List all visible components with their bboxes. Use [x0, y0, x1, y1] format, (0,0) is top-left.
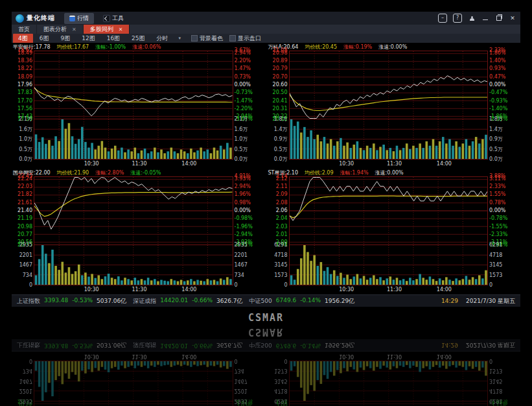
tab-home[interactable]: 首页: [12, 25, 37, 34]
price-tick: 18.22: [17, 66, 32, 71]
volume-tick: 0.9万: [489, 137, 503, 142]
price-pane[interactable]: [289, 401, 489, 406]
volume-axis-left: 62914718314515730: [267, 361, 289, 401]
chevron-down-icon[interactable]: ▾: [175, 36, 185, 41]
help-icon[interactable]: ?: [453, 14, 462, 23]
percent-tick: 0.98%: [235, 200, 251, 206]
chart-panel[interactable]: ST星源:2.10均价线:2.09涨幅:1.94%涨速:0.00%2.142.1…: [267, 352, 521, 406]
price-pane[interactable]: [34, 176, 233, 245]
price-tick: 20.50: [273, 90, 288, 95]
price-tick: 20.98: [273, 51, 288, 56]
user-icon[interactable]: [468, 14, 476, 22]
index-quote: 上证指数3393.48-0.53%5037.06亿: [17, 341, 126, 350]
volume-pane[interactable]: [34, 119, 233, 160]
chart-panel[interactable]: ST星源:2.10均价线:2.09涨幅:1.94%涨速:0.00%2.142.1…: [267, 169, 521, 294]
index-quotes: 上证指数3393.48-0.53%5037.06亿深证成指14420.01-0.…: [17, 297, 361, 305]
percent-tick: -3.11%: [489, 401, 507, 406]
price-tick: 2.04: [276, 216, 288, 221]
volume-pane[interactable]: [289, 119, 489, 160]
checkbox-icon: [191, 35, 198, 42]
chart-panel[interactable]: 国华网安:22.00均价线:21.90涨幅:2.80%涨速:-0.05%22.4…: [12, 352, 266, 406]
price-tick: 2.11: [276, 184, 288, 189]
percent-tick: 0.00%: [235, 82, 251, 88]
layout-25-button[interactable]: 25图: [126, 34, 150, 43]
restore-button[interactable]: [495, 14, 503, 22]
chart-header: 万科A:20.64均价线:20.45涨幅:0.19%涨速:0.00%: [267, 43, 521, 51]
price-axis-left: 2.142.122.112.092.082.062.042.032.012.00…: [267, 176, 289, 245]
chart-header: 国华网安:22.00均价线:21.90涨幅:2.80%涨速:-0.05%: [12, 169, 266, 176]
change-speed: 涨速:-0.05%: [130, 169, 161, 176]
index-change: -0.14%: [300, 341, 321, 350]
volume-tick: 734: [23, 273, 32, 278]
title-bar[interactable]: 量化终端 行情 工具 – ? ✕: [12, 12, 520, 25]
price-pane[interactable]: [289, 51, 489, 119]
show-orderbook-checkbox[interactable]: 显示盘口: [229, 34, 261, 43]
app-window: 量化终端 行情 工具 – ? ✕ 首页: [12, 12, 520, 307]
percent-tick: -0.47%: [489, 90, 507, 95]
percent-tick: 2.33%: [489, 184, 505, 189]
price-tick: 17.56: [17, 106, 32, 112]
volume-tick: 0.0万: [19, 157, 32, 162]
volume-pane[interactable]: [289, 245, 489, 285]
layout-9-button[interactable]: 9图: [55, 34, 75, 43]
axis-corner: [488, 285, 520, 294]
tab-close-icon[interactable]: ✕: [72, 27, 76, 32]
volume-tick: 1.4万: [489, 127, 503, 132]
minimize-button[interactable]: [481, 14, 489, 22]
background-shading-label: 背景着色: [200, 34, 223, 43]
percent-tick: 0.00%: [489, 208, 505, 213]
index-turnover: 3626.7亿: [216, 297, 243, 305]
volume-pane[interactable]: [34, 361, 233, 401]
tab-close-icon[interactable]: ✕: [119, 27, 123, 32]
percent-axis-right: 3.88%3.11%2.33%1.55%0.78%0.00%-0.78%-1.5…: [488, 176, 520, 245]
theme-icon[interactable]: –: [438, 14, 447, 23]
percent-tick: -3.93%: [235, 401, 253, 406]
price-tick: 20.35: [17, 398, 32, 403]
index-turnover: 5037.06亿: [97, 341, 126, 350]
volume-tick: 1467: [19, 263, 32, 268]
change-speed: 涨速:0.00%: [378, 43, 407, 51]
chart-body: 21.0820.9820.8920.7920.7020.6020.5020.41…: [267, 51, 521, 169]
menu-quotes[interactable]: 行情: [64, 13, 94, 24]
tab-multi-stock[interactable]: 多股同列 ✕: [84, 25, 130, 34]
volume-pane[interactable]: [289, 361, 489, 401]
percent-axis-right: 2.33%1.86%1.40%0.93%0.47%0.00%-0.47%-0.9…: [488, 51, 520, 119]
price-pane[interactable]: [34, 51, 233, 119]
avg-price-value: 均价线:2.09: [305, 169, 334, 176]
volume-tick: 6291: [274, 398, 287, 403]
menu-tools[interactable]: 工具: [98, 13, 129, 24]
close-button[interactable]: ✕: [509, 14, 516, 22]
volume-tick: 1.6万: [235, 127, 248, 132]
chart-panel[interactable]: 万科A:20.64均价线:20.45涨幅:0.19%涨速:0.00%21.082…: [267, 43, 521, 169]
price-tick: 17.96: [17, 82, 32, 88]
time-tick: 11:30: [132, 353, 146, 359]
index-turnover: 5037.06亿: [97, 297, 126, 305]
volume-tick: 3145: [274, 263, 287, 268]
layout-16-button[interactable]: 16图: [102, 34, 125, 43]
app-title: 量化终端: [27, 14, 55, 23]
chart-panel[interactable]: 平安银行:17.78均价线:17.67涨幅:-1.00%涨速:0.06%18.6…: [12, 43, 266, 169]
index-name: 中证500: [249, 341, 272, 350]
volume-tick: 0.5万: [19, 147, 32, 152]
axis-corner: [233, 285, 266, 294]
price-tick: 2.01: [276, 232, 288, 237]
background-shading-checkbox[interactable]: 背景着色: [191, 34, 223, 43]
price-tick: 21.82: [17, 192, 32, 197]
layout-4-button[interactable]: 4图: [13, 34, 33, 43]
timeframe-button[interactable]: 分时: [152, 34, 174, 43]
time-tick: 14:00: [437, 287, 452, 293]
layout-6-button[interactable]: 6图: [34, 34, 54, 43]
status-bar: 上证指数3393.48-0.53%5037.06亿深证成指14420.01-0.…: [12, 294, 520, 307]
price-tick: 2.09: [276, 192, 288, 197]
axis-corner: [233, 352, 266, 361]
volume-pane[interactable]: [34, 245, 233, 285]
layout-12-button[interactable]: 12图: [76, 34, 100, 43]
price-pane[interactable]: [289, 176, 489, 245]
time-tick: 11:30: [387, 287, 402, 293]
chart-panel[interactable]: 国华网安:22.00均价线:21.90涨幅:2.80%涨速:-0.05%22.4…: [12, 169, 266, 294]
percent-tick: -2.94%: [235, 232, 253, 237]
tab-chart-analysis[interactable]: 图表分析 ✕: [37, 25, 84, 34]
time-axis: 10:3011:3014:00: [34, 285, 233, 294]
percent-tick: -0.98%: [235, 216, 253, 221]
price-pane[interactable]: [34, 401, 233, 406]
